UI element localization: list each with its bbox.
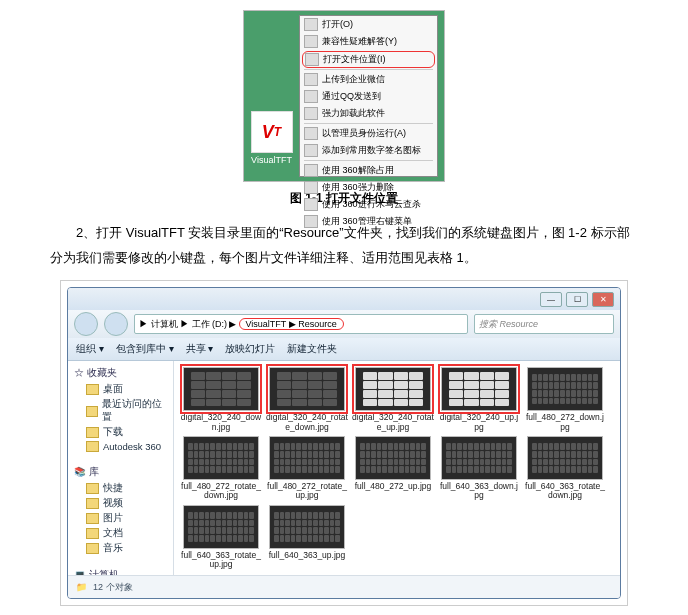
visualtft-desktop-icon: VT <box>251 111 293 153</box>
maximize-button[interactable]: ☐ <box>566 292 588 307</box>
context-menu-item[interactable]: 添加到常用数字签名图标 <box>300 142 437 159</box>
explorer-window: — ☐ ✕ ▶ 计算机 ▶ 工作 (D:) ▶ VisualTFT ▶ Reso… <box>67 287 621 599</box>
context-menu-item[interactable]: 使用 360进行木马云查杀 <box>300 196 437 213</box>
toolbar-item[interactable]: 组织 ▾ <box>76 342 104 356</box>
nav-tree: ☆ 收藏夹桌面最近访问的位置下载Autodesk 360📚 库快捷视频图片文档音… <box>68 361 174 575</box>
tree-header[interactable]: 📚 库 <box>68 464 173 481</box>
file-thumbnail[interactable]: digital_320_240_down.jpg <box>180 367 262 432</box>
desktop-icon-label: VisualTFT <box>251 155 292 165</box>
menu-item-label: 添加到常用数字签名图标 <box>322 144 421 157</box>
menu-item-label: 使用 360强力删除 <box>322 181 394 194</box>
context-menu-item[interactable]: 使用 360强力删除 <box>300 179 437 196</box>
file-label: full_480_272_down.jpg <box>524 413 606 432</box>
tree-header[interactable]: ☆ 收藏夹 <box>68 365 173 382</box>
file-thumbnail[interactable]: digital_320_240_up.jpg <box>438 367 520 432</box>
tree-item[interactable]: 桌面 <box>68 382 173 397</box>
file-thumbnail[interactable]: full_480_272_down.jpg <box>524 367 606 432</box>
status-text: 12 个对象 <box>93 581 133 594</box>
file-label: full_480_272_up.jpg <box>355 482 432 491</box>
menu-item-label: 兼容性疑难解答(Y) <box>322 35 397 48</box>
toolbar-item[interactable]: 包含到库中 ▾ <box>116 342 174 356</box>
tree-item[interactable]: 视频 <box>68 496 173 511</box>
context-menu-item[interactable]: 打开文件位置(I) <box>302 51 435 68</box>
menu-item-label: 使用 360进行木马云查杀 <box>322 198 421 211</box>
back-button[interactable] <box>74 312 98 336</box>
file-thumbnail[interactable]: full_480_272_up.jpg <box>352 436 434 501</box>
context-menu-item[interactable]: 上传到企业微信 <box>300 71 437 88</box>
toolbar-item[interactable]: 放映幻灯片 <box>225 342 275 356</box>
menu-item-label: 通过QQ发送到 <box>322 90 381 103</box>
toolbar-item[interactable]: 新建文件夹 <box>287 342 337 356</box>
file-grid: digital_320_240_down.jpgdigital_320_240_… <box>174 361 620 575</box>
context-menu-item[interactable]: 打开(O) <box>300 16 437 33</box>
file-label: full_640_363_rotate_up.jpg <box>180 551 262 570</box>
explorer-toolbar: 组织 ▾包含到库中 ▾共享 ▾放映幻灯片新建文件夹 <box>68 338 620 361</box>
tree-item[interactable]: 下载 <box>68 425 173 440</box>
breadcrumb-highlight: VisualTFT ▶ Resource <box>239 318 344 330</box>
context-menu-item[interactable]: 使用 360解除占用 <box>300 162 437 179</box>
desktop-screenshot: VT VisualTFT 打开(O)兼容性疑难解答(Y)打开文件位置(I)上传到… <box>243 10 445 182</box>
file-label: full_640_363_rotate_down.jpg <box>524 482 606 501</box>
file-thumbnail[interactable]: full_640_363_up.jpg <box>266 505 348 570</box>
menu-item-label: 打开文件位置(I) <box>323 53 386 66</box>
file-thumbnail[interactable]: digital_320_240_rotate_down.jpg <box>266 367 348 432</box>
menu-item-label: 强力卸载此软件 <box>322 107 385 120</box>
window-titlebar: — ☐ ✕ <box>68 288 620 310</box>
search-placeholder: 搜索 Resource <box>479 318 538 331</box>
tree-item[interactable]: Autodesk 360 <box>68 440 173 453</box>
menu-item-label: 打开(O) <box>322 18 353 31</box>
file-thumbnail[interactable]: full_640_363_down.jpg <box>438 436 520 501</box>
file-label: full_640_363_down.jpg <box>438 482 520 501</box>
menu-item-label: 使用 360解除占用 <box>322 164 394 177</box>
tree-item[interactable]: 快捷 <box>68 481 173 496</box>
file-label: digital_320_240_down.jpg <box>180 413 262 432</box>
context-menu-item[interactable]: 通过QQ发送到 <box>300 88 437 105</box>
tree-item[interactable]: 音乐 <box>68 541 173 556</box>
tree-header[interactable]: 💻 计算机 <box>68 567 173 575</box>
context-menu-item[interactable]: 强力卸载此软件 <box>300 105 437 122</box>
forward-button[interactable] <box>104 312 128 336</box>
context-menu: 打开(O)兼容性疑难解答(Y)打开文件位置(I)上传到企业微信通过QQ发送到强力… <box>299 15 438 177</box>
folder-icon: 📁 <box>76 582 87 592</box>
menu-item-label: 以管理员身份运行(A) <box>322 127 406 140</box>
toolbar-item[interactable]: 共享 ▾ <box>186 342 214 356</box>
file-label: digital_320_240_up.jpg <box>438 413 520 432</box>
menu-item-label: 使用 360管理右键菜单 <box>322 215 412 228</box>
tree-item[interactable]: 文档 <box>68 526 173 541</box>
context-menu-item[interactable]: 使用 360管理右键菜单 <box>300 213 437 230</box>
minimize-button[interactable]: — <box>540 292 562 307</box>
context-menu-item[interactable]: 以管理员身份运行(A) <box>300 125 437 142</box>
file-thumbnail[interactable]: full_480_272_rotate_up.jpg <box>266 436 348 501</box>
file-label: full_640_363_up.jpg <box>269 551 346 560</box>
breadcrumb[interactable]: ▶ 计算机 ▶ 工作 (D:) ▶ VisualTFT ▶ Resource <box>134 314 468 334</box>
breadcrumb-prefix: ▶ 计算机 ▶ 工作 (D:) ▶ <box>139 318 237 331</box>
close-button[interactable]: ✕ <box>592 292 614 307</box>
status-bar: 📁 12 个对象 <box>68 575 620 598</box>
search-input[interactable]: 搜索 Resource <box>474 314 614 334</box>
file-label: digital_320_240_rotate_down.jpg <box>266 413 348 432</box>
file-thumbnail[interactable]: full_640_363_rotate_up.jpg <box>180 505 262 570</box>
menu-item-label: 上传到企业微信 <box>322 73 385 86</box>
file-label: digital_320_240_rotate_up.jpg <box>352 413 434 432</box>
file-label: full_480_272_rotate_up.jpg <box>266 482 348 501</box>
file-thumbnail[interactable]: full_640_363_rotate_down.jpg <box>524 436 606 501</box>
tree-item[interactable]: 图片 <box>68 511 173 526</box>
tree-item[interactable]: 最近访问的位置 <box>68 397 173 425</box>
file-thumbnail[interactable]: digital_320_240_rotate_up.jpg <box>352 367 434 432</box>
context-menu-item[interactable]: 兼容性疑难解答(Y) <box>300 33 437 50</box>
file-label: full_480_272_rotate_down.jpg <box>180 482 262 501</box>
file-thumbnail[interactable]: full_480_272_rotate_down.jpg <box>180 436 262 501</box>
